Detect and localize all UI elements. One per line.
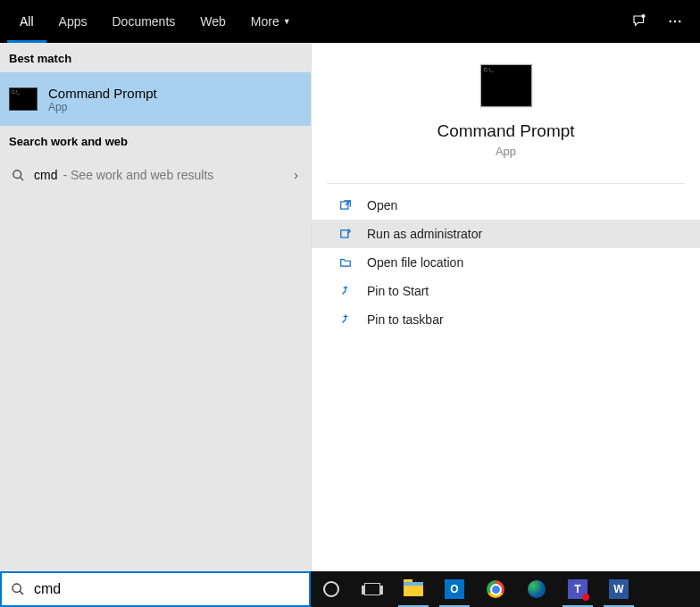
best-match-header: Best match	[0, 43, 311, 72]
svg-point-3	[679, 21, 680, 22]
cortana-button[interactable]	[311, 571, 352, 607]
svg-point-0	[642, 15, 645, 18]
admin-icon	[338, 227, 353, 241]
chrome-icon	[487, 580, 504, 598]
tab-all[interactable]: All	[7, 0, 46, 43]
svg-point-4	[12, 170, 21, 178]
web-query: cmd	[34, 168, 57, 182]
taskview-icon	[364, 583, 380, 595]
tab-label: More	[251, 14, 279, 29]
word-button[interactable]: W	[598, 571, 639, 607]
file-explorer-button[interactable]	[393, 571, 434, 607]
tab-label: All	[20, 14, 34, 29]
tab-label: Apps	[59, 14, 88, 29]
open-icon	[338, 198, 353, 212]
action-open[interactable]: Open	[312, 191, 700, 220]
svg-line-5	[20, 177, 23, 180]
preview-title: Command Prompt	[437, 121, 574, 141]
search-bar[interactable]	[0, 571, 311, 607]
preview-subtitle: App	[496, 145, 516, 158]
search-icon	[9, 582, 27, 596]
svg-line-9	[20, 591, 23, 595]
preview-panel: C:\_ Command Prompt App Open Run as admi…	[311, 43, 700, 571]
tab-apps[interactable]: Apps	[46, 0, 100, 43]
taskbar: O T W	[311, 571, 700, 607]
pin-icon	[338, 284, 353, 298]
edge-icon	[528, 580, 546, 598]
search-box-container	[0, 571, 311, 607]
action-pin-to-start[interactable]: Pin to Start	[312, 277, 700, 305]
edge-button[interactable]	[516, 571, 557, 607]
chevron-down-icon: ▼	[283, 17, 291, 26]
explorer-icon	[404, 582, 423, 596]
best-match-text: Command Prompt App	[48, 86, 157, 113]
teams-button[interactable]: T	[557, 571, 598, 607]
results-panel: Best match C:\_ Command Prompt App Searc…	[0, 43, 311, 571]
tab-more[interactable]: More ▼	[238, 0, 304, 43]
pin-icon	[338, 312, 353, 327]
svg-rect-6	[341, 202, 348, 209]
outlook-icon: O	[445, 579, 464, 599]
tab-documents[interactable]: Documents	[99, 0, 188, 43]
tab-web[interactable]: Web	[188, 0, 238, 43]
cortana-icon	[323, 581, 339, 597]
svg-point-8	[12, 584, 21, 592]
tab-label: Documents	[112, 14, 175, 29]
action-pin-to-taskbar[interactable]: Pin to taskbar	[312, 305, 700, 334]
task-view-button[interactable]	[352, 571, 393, 607]
search-icon	[9, 169, 27, 182]
svg-rect-7	[341, 230, 348, 237]
cmd-preview-icon: C:\_	[480, 64, 532, 107]
work-web-header: Search work and web	[0, 126, 311, 155]
more-options-icon[interactable]	[657, 0, 693, 43]
preview-actions: Open Run as administrator Open file loca…	[312, 191, 700, 334]
bottom-row: O T W	[0, 571, 700, 607]
svg-point-2	[674, 21, 676, 22]
action-label: Pin to Start	[367, 284, 429, 298]
divider	[327, 183, 684, 184]
search-filter-tabbar: All Apps Documents Web More ▼	[0, 0, 700, 43]
search-input[interactable]	[34, 581, 302, 597]
action-label: Open file location	[367, 255, 463, 270]
feedback-icon[interactable]	[621, 0, 657, 43]
outlook-button[interactable]: O	[434, 571, 475, 607]
folder-icon	[338, 255, 353, 270]
web-result-row[interactable]: cmd - See work and web results ›	[0, 155, 311, 195]
teams-icon: T	[568, 579, 588, 599]
cmd-icon: C:\_	[9, 87, 38, 111]
chevron-right-icon: ›	[294, 168, 302, 182]
action-label: Pin to taskbar	[367, 312, 444, 327]
action-open-file-location[interactable]: Open file location	[312, 248, 700, 277]
best-match-result[interactable]: C:\_ Command Prompt App	[0, 72, 311, 126]
result-title: Command Prompt	[48, 86, 157, 101]
start-search-window: All Apps Documents Web More ▼ Best match…	[0, 0, 700, 607]
result-subtitle: App	[48, 101, 157, 113]
web-desc: - See work and web results	[62, 168, 213, 182]
word-icon: W	[609, 579, 629, 599]
tab-label: Web	[200, 14, 226, 29]
action-run-as-admin[interactable]: Run as administrator	[312, 220, 700, 248]
search-content: Best match C:\_ Command Prompt App Searc…	[0, 43, 700, 571]
svg-point-1	[670, 21, 671, 22]
action-label: Run as administrator	[367, 227, 482, 241]
action-label: Open	[367, 198, 397, 212]
chrome-button[interactable]	[475, 571, 516, 607]
